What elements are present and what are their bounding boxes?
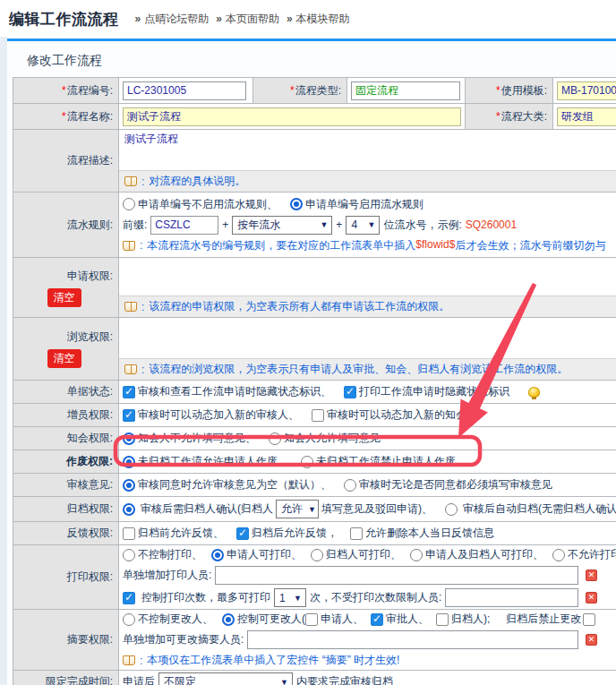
- plus-sign: +: [222, 218, 228, 231]
- chevron-down-icon: ▼: [294, 594, 302, 603]
- required-mark: *: [496, 84, 500, 97]
- archive-allow-select[interactable]: 允许▼: [276, 500, 319, 518]
- clear-apply-perm-button[interactable]: 清空: [47, 288, 81, 307]
- breadcrumb-link-forum-help[interactable]: 点晴论坛帮助: [144, 12, 209, 27]
- clear-field-icon[interactable]: [586, 569, 597, 581]
- required-mark: *: [290, 84, 295, 97]
- checkbox-feedback-delete[interactable]: [350, 527, 363, 540]
- print-count-select[interactable]: 1▼: [274, 588, 306, 607]
- serial-period-select[interactable]: 按年流水▼: [232, 216, 332, 235]
- checkbox-summary-archiver[interactable]: [436, 613, 449, 626]
- radio-print-archiver[interactable]: [311, 549, 323, 561]
- radio-notify-allow-comment[interactable]: [269, 432, 281, 445]
- checkbox-add-notified[interactable]: [312, 409, 324, 422]
- checkbox-hide-status-review[interactable]: [123, 386, 135, 398]
- radio-print-forbidden[interactable]: [552, 549, 565, 561]
- checkbox-summary-lock-after-archive[interactable]: [583, 613, 595, 626]
- table-row: 知会权限: 知会人不允许填写意见、 知会人允许填写意见: [13, 427, 616, 450]
- checkbox-hide-status-print[interactable]: [344, 386, 356, 398]
- radio-review-empty-ok[interactable]: [123, 479, 135, 492]
- option-label: 申请单编号不启用流水规则、: [138, 197, 278, 212]
- checkbox-add-reviewer[interactable]: [123, 409, 135, 422]
- table-row: *流程名称: 测试子流程 *流程大类: 研发组: [13, 104, 616, 130]
- option-label: 申请人、: [321, 612, 364, 627]
- table-row: 打印权限: 不控制打印、 申请人可打印、 归档人可打印、 申请人及归档人可打印、…: [13, 545, 616, 610]
- breadcrumb-separator: »: [135, 13, 141, 25]
- template-input[interactable]: MB-170100: [557, 81, 616, 100]
- chevron-down-icon: ▼: [367, 220, 375, 229]
- checkbox-feedback-before[interactable]: [123, 527, 135, 540]
- flow-type-label: *流程类型:: [253, 78, 347, 104]
- prefix-label: 前缀:: [123, 218, 147, 233]
- radio-summary-uncontrolled[interactable]: [123, 613, 135, 626]
- option-label: 知会人允许填写意见: [284, 431, 381, 446]
- left-margin-strip: [0, 37, 7, 685]
- radio-print-applicant[interactable]: [211, 549, 224, 561]
- breadcrumb-link-module-help[interactable]: 本模块帮助: [296, 12, 350, 27]
- option-label: 审核后需归档人确认(归档人: [141, 501, 273, 517]
- option-label: 不允许打印: [568, 547, 616, 562]
- table-row: 摘要权限: 不控制更改人、 控制可更改人( 申请人、 审批人、 归档人); 归档…: [13, 610, 616, 671]
- option-label: 审核时无论是否同意都必须填写审核意见: [359, 477, 552, 492]
- deadline-select[interactable]: 不限定▼: [158, 672, 293, 685]
- option-label: 审核后自动归档(无需归档人确认): [463, 501, 616, 517]
- flow-no-input[interactable]: LC-2301005: [123, 81, 246, 100]
- radio-cancel-forbidden[interactable]: [301, 456, 313, 468]
- clear-field-icon[interactable]: [586, 592, 597, 604]
- checkbox-summary-approver[interactable]: [371, 613, 383, 626]
- summary-extra-input[interactable]: [247, 630, 578, 649]
- summary-label: 摘要权限:: [13, 610, 119, 671]
- summary-hint: : 本项仅在工作流表单中插入了宏控件 “摘要” 时才生效!: [119, 651, 616, 670]
- radio-serial-enabled[interactable]: [290, 198, 303, 210]
- radio-archive-auto[interactable]: [445, 503, 458, 516]
- apply-perm-picker-area[interactable]: [119, 258, 616, 295]
- radio-print-both[interactable]: [410, 549, 423, 561]
- deadline-pre-label: 申请后: [123, 674, 155, 685]
- breadcrumb-link-page-help[interactable]: 本页面帮助: [226, 12, 279, 27]
- review-label: 审核意见:: [13, 474, 119, 497]
- option-label: 填写意见及驳回申请)、: [321, 501, 432, 517]
- radio-review-must-fill[interactable]: [344, 479, 356, 492]
- deadline-post-label: 内要求完成审核归档: [296, 674, 393, 685]
- flow-type-field[interactable]: 固定流程: [351, 81, 460, 100]
- serial-digits-select[interactable]: 4▼: [346, 216, 380, 235]
- radio-summary-controlled[interactable]: [222, 613, 235, 626]
- category-input[interactable]: 研发组: [557, 107, 616, 126]
- clear-field-icon[interactable]: [586, 634, 597, 646]
- radio-print-uncontrolled[interactable]: [123, 549, 135, 561]
- flow-name-input[interactable]: 测试子流程: [123, 107, 461, 126]
- checkbox-print-count[interactable]: [123, 592, 135, 604]
- form-panel: 修改工作流程 *流程编号: LC-2301005 *流程类型: 固定流程 *使用…: [7, 39, 616, 685]
- table-row: 归档权限: 审核后需归档人确认(归档人 允许▼ 填写意见及驳回申请)、 审核后自…: [13, 497, 616, 522]
- clear-browse-perm-button[interactable]: 清空: [47, 349, 81, 368]
- breadcrumb-separator: »: [287, 13, 293, 25]
- option-label: 审核时可以动态加入新的知会人: [327, 407, 477, 423]
- chevron-down-icon: ▼: [280, 678, 288, 685]
- breadcrumb: » 点晴论坛帮助 » 本页面帮助 » 本模块帮助: [128, 12, 350, 27]
- checkbox-summary-applicant[interactable]: [305, 613, 318, 626]
- browse-perm-picker-area[interactable]: [119, 318, 616, 358]
- table-row: *流程编号: LC-2301005 *流程类型: 固定流程 *使用模板: MB-…: [13, 78, 616, 104]
- prefix-input[interactable]: CSZLC: [150, 216, 218, 235]
- description-textarea[interactable]: 测试子流程: [119, 130, 616, 170]
- print-unlimited-input[interactable]: [445, 588, 578, 607]
- table-row: 流程描述: 测试子流程 : 对流程的具体说明。: [13, 130, 616, 193]
- status-label: 单据状态:: [13, 381, 119, 404]
- radio-serial-disabled[interactable]: [123, 198, 135, 210]
- notify-label: 知会权限:: [13, 427, 119, 450]
- option-label: 允许删除本人当日反馈信息: [365, 526, 494, 541]
- option-label: 未归档工作流禁止申请人作废: [316, 454, 456, 469]
- serial-suffix-text: 位流水号，示例:: [383, 218, 461, 233]
- checkbox-feedback-after[interactable]: [236, 527, 249, 540]
- option-label: 归档前允许反馈、: [138, 526, 224, 541]
- page-title: 编辑工作流流程: [9, 9, 119, 30]
- book-icon: [123, 241, 135, 251]
- print-extra-input[interactable]: [215, 566, 578, 585]
- description-hint: : 对流程的具体说明。: [119, 170, 616, 192]
- radio-notify-no-comment[interactable]: [123, 432, 135, 445]
- table-row: 流水规则: 申请单编号不启用流水规则、 申请单编号启用流水规则 前缀: CSZL…: [13, 193, 616, 258]
- apply-perm-hint: : 该流程的申请权限，为空表示所有人都有申请该工作流的权限。: [119, 295, 616, 317]
- serial-example: SQ260001: [466, 218, 517, 231]
- radio-cancel-allowed[interactable]: [123, 456, 135, 468]
- radio-archive-confirm[interactable]: [123, 503, 135, 516]
